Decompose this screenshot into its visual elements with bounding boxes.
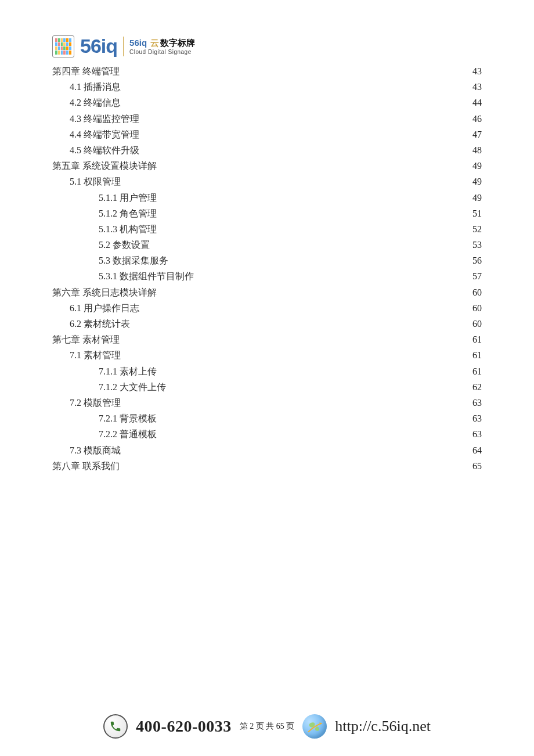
toc-row: 5.1 权限管理49	[52, 174, 482, 189]
toc-page: 46	[472, 111, 482, 127]
toc-page: 63	[472, 426, 482, 442]
toc-title: 7.1 素材管理	[70, 347, 121, 363]
toc-row: 5.1.2 角色管理51	[52, 206, 482, 221]
toc-row: 5.2 参数设置53	[52, 237, 482, 253]
toc-title: 7.2.1 背景模板	[99, 411, 157, 426]
toc-row: 4.4 终端带宽管理47	[52, 127, 482, 142]
toc-row: 7.1.1 素材上传61	[52, 363, 482, 379]
toc-title: 第四章 终端管理	[52, 63, 120, 79]
toc-title: 4.4 终端带宽管理	[70, 127, 139, 142]
toc-page: 61	[472, 363, 482, 379]
toc-page: 63	[472, 395, 482, 411]
table-of-contents: 第四章 终端管理434.1 插播消息434.2 终端信息444.3 终端监控管理…	[52, 63, 482, 474]
toc-title: 5.1.1 用户管理	[99, 190, 157, 206]
toc-title: 5.1.3 机构管理	[99, 221, 157, 237]
toc-title: 5.2 参数设置	[99, 237, 150, 253]
toc-title: 7.1.2 大文件上传	[99, 379, 166, 395]
sub-brand-gold: 云	[150, 38, 159, 48]
toc-page: 43	[472, 63, 482, 79]
toc-row: 5.1.3 机构管理52	[52, 221, 482, 237]
toc-page: 52	[472, 221, 482, 237]
toc-row: 4.5 终端软件升级48	[52, 142, 482, 158]
toc-page: 61	[472, 332, 482, 347]
toc-title: 第七章 素材管理	[52, 332, 120, 347]
toc-page: 49	[472, 174, 482, 189]
toc-title: 4.3 终端监控管理	[70, 111, 139, 127]
toc-row: 第四章 终端管理43	[52, 63, 482, 79]
toc-row: 5.1.1 用户管理49	[52, 190, 482, 206]
toc-page: 64	[472, 442, 482, 458]
toc-title: 7.2.2 普通模板	[99, 426, 157, 442]
logo-squares-icon	[52, 35, 74, 57]
sub-brand-blue: 56iq	[129, 38, 147, 48]
toc-title: 第五章 系统设置模块详解	[52, 158, 157, 174]
toc-page: 49	[472, 158, 482, 174]
toc-page: 65	[472, 458, 482, 474]
toc-title: 5.1.2 角色管理	[99, 206, 157, 221]
toc-page: 47	[472, 127, 482, 142]
toc-row: 7.1 素材管理61	[52, 347, 482, 363]
toc-row: 7.2 模版管理63	[52, 395, 482, 411]
toc-page: 61	[472, 347, 482, 363]
toc-row: 5.3.1 数据组件节目制作57	[52, 268, 482, 284]
toc-row: 4.3 终端监控管理46	[52, 111, 482, 127]
footer-phone: 400-620-0033	[136, 717, 232, 736]
toc-page: 56	[472, 253, 482, 268]
toc-page: 53	[472, 237, 482, 253]
header: 56iq 56iq 云数字标牌 Cloud Digital Signage	[52, 35, 482, 57]
toc-page: 43	[472, 79, 482, 95]
toc-page: 44	[472, 95, 482, 110]
toc-row: 第八章 联系我们65	[52, 458, 482, 474]
page-footer: 400-620-0033 第 2 页 共 65 页 http://c.56iq.…	[0, 714, 534, 739]
footer-url: http://c.56iq.net	[335, 718, 431, 735]
toc-row: 第五章 系统设置模块详解49	[52, 158, 482, 174]
toc-title: 4.5 终端软件升级	[70, 142, 139, 158]
toc-title: 5.3.1 数据组件节目制作	[99, 268, 194, 284]
toc-title: 6.1 用户操作日志	[70, 300, 139, 316]
toc-title: 6.2 素材统计表	[70, 316, 130, 332]
toc-page: 63	[472, 411, 482, 426]
globe-icon	[302, 714, 327, 739]
sub-brand-black: 数字标牌	[160, 38, 195, 48]
toc-row: 7.2.2 普通模板63	[52, 426, 482, 442]
toc-row: 6.1 用户操作日志60	[52, 300, 482, 316]
toc-row: 第七章 素材管理61	[52, 332, 482, 347]
sub-brand-en: Cloud Digital Signage	[129, 49, 195, 55]
toc-page: 60	[472, 300, 482, 316]
toc-title: 7.1.1 素材上传	[99, 363, 157, 379]
toc-row: 6.2 素材统计表60	[52, 316, 482, 332]
toc-row: 7.2.1 背景模板63	[52, 411, 482, 426]
toc-row: 第六章 系统日志模块详解60	[52, 285, 482, 300]
toc-row: 7.3 模版商城64	[52, 442, 482, 458]
toc-page: 57	[472, 268, 482, 284]
footer-page-info: 第 2 页 共 65 页	[240, 721, 295, 732]
toc-page: 49	[472, 190, 482, 206]
divider	[123, 37, 124, 56]
phone-icon	[103, 714, 128, 739]
toc-row: 5.3 数据采集服务56	[52, 253, 482, 268]
toc-page: 62	[472, 379, 482, 395]
toc-title: 5.3 数据采集服务	[99, 253, 168, 268]
brand-logo-text: 56iq	[80, 35, 117, 57]
toc-page: 60	[472, 285, 482, 300]
toc-title: 第八章 联系我们	[52, 458, 120, 474]
toc-page: 60	[472, 316, 482, 332]
toc-title: 4.2 终端信息	[70, 95, 121, 110]
toc-title: 5.1 权限管理	[70, 174, 121, 189]
toc-page: 48	[472, 142, 482, 158]
toc-title: 4.1 插播消息	[70, 79, 121, 95]
toc-title: 7.2 模版管理	[70, 395, 121, 411]
toc-row: 4.2 终端信息44	[52, 95, 482, 110]
toc-row: 4.1 插播消息43	[52, 79, 482, 95]
brand-subtitle: 56iq 云数字标牌 Cloud Digital Signage	[129, 38, 195, 55]
toc-title: 第六章 系统日志模块详解	[52, 285, 157, 300]
toc-page: 51	[472, 206, 482, 221]
toc-row: 7.1.2 大文件上传62	[52, 379, 482, 395]
toc-title: 7.3 模版商城	[70, 442, 121, 458]
